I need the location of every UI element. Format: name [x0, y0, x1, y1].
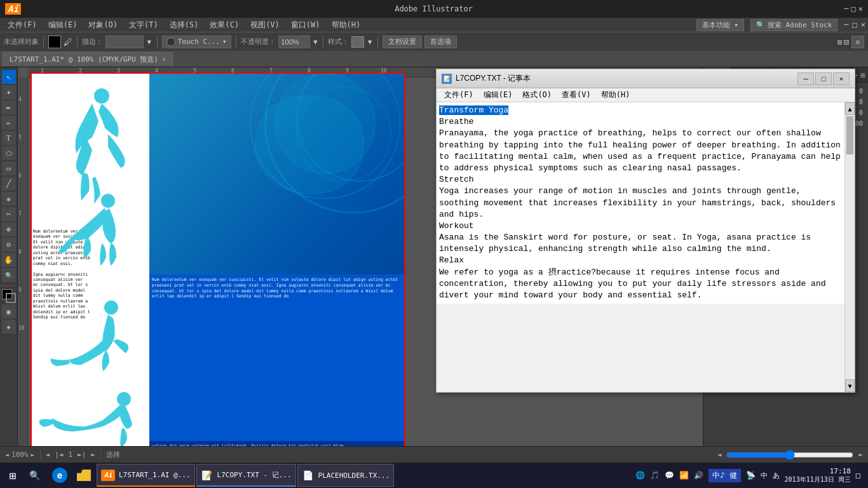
- page-last[interactable]: ►|: [78, 451, 86, 459]
- taskbar-right: 🌐 🎵 💬 📶 🔊 中♪ 健 📡 中 あ 17:18 2013年11月13日 周…: [635, 467, 865, 484]
- direct-select-tool[interactable]: ✦: [2, 85, 16, 99]
- notepad-title-text: L7COPY.TXT - 记事本: [456, 73, 797, 84]
- zoom-fwd[interactable]: ►: [31, 451, 35, 458]
- status-sep2: [100, 450, 101, 460]
- scroll-h-right[interactable]: ►: [858, 451, 863, 459]
- document-tab[interactable]: L7START_1.AI* @ 100% (CMYK/GPU 预选) ×: [3, 52, 173, 66]
- style-swatch[interactable]: [351, 36, 364, 48]
- tray-icon-2: 🎵: [650, 471, 660, 480]
- menu-object[interactable]: 对象(O): [83, 18, 123, 32]
- search-button[interactable]: 🔍: [23, 465, 46, 485]
- notepad-menu-format[interactable]: 格式(O): [517, 88, 557, 102]
- doc-settings-btn[interactable]: 文档设置: [383, 36, 422, 48]
- notification-btn[interactable]: □: [856, 471, 860, 480]
- toolbar: 未选择对象 🖊 描边： ▾ Touch C... ▾ 不透明度： ▾ 样式： ▾…: [0, 32, 868, 51]
- notepad-menu-file[interactable]: 文件(F): [439, 88, 478, 102]
- zoom-control: ◄ 100% ►: [5, 451, 35, 459]
- notepad-close-btn[interactable]: ×: [833, 72, 850, 85]
- zoom-out-tool[interactable]: ⊖: [2, 238, 16, 252]
- notepad-menu-view[interactable]: 查看(V): [557, 88, 596, 102]
- ruler-v-label-6: 6: [18, 173, 22, 179]
- scroll-h-left[interactable]: ◄: [717, 451, 722, 459]
- page-fwd[interactable]: ►: [91, 451, 95, 459]
- menu-window[interactable]: 窗口(W): [286, 18, 325, 32]
- ime-indicator[interactable]: 中♪ 健: [709, 469, 740, 482]
- select-tool[interactable]: ↖: [2, 70, 16, 84]
- notepad-scroll-area[interactable]: Transform Yoga Breathe Pranayama, the yo…: [437, 102, 844, 392]
- scroll-h-slider[interactable]: [726, 451, 853, 459]
- doc-right-panel: volore dio enim velenim nit irillutpat. …: [149, 74, 404, 446]
- hand-tool[interactable]: ✋: [2, 253, 16, 267]
- style-arrow: ▾: [367, 36, 373, 48]
- taskbar-placeholder-app[interactable]: 📄 PLACEHOLDER.TX...: [297, 464, 395, 487]
- notepad-selected-text: Transform Yoga: [439, 105, 508, 115]
- scroll-track[interactable]: [845, 115, 855, 379]
- taskbar-notepad-app[interactable]: 📝 L7COPY.TXT - 记...: [196, 464, 296, 487]
- more-options-btn[interactable]: ≡: [851, 36, 864, 48]
- menu-edit[interactable]: 编辑(E): [43, 18, 83, 32]
- type-tool[interactable]: T: [2, 131, 16, 145]
- notepad-maximize-btn[interactable]: □: [815, 72, 832, 85]
- menu-text[interactable]: 文字(T): [124, 18, 163, 32]
- sep2: [77, 36, 78, 48]
- line-tool[interactable]: ╱: [2, 177, 16, 191]
- maximize-btn[interactable]: □: [853, 20, 857, 29]
- stroke-swatch[interactable]: [6, 293, 16, 303]
- page-first[interactable]: |◄: [55, 451, 63, 459]
- pen-tool[interactable]: ✒: [2, 100, 16, 114]
- minimize-btn[interactable]: ─: [844, 20, 848, 29]
- menu-file[interactable]: 文件(F): [3, 18, 42, 32]
- zoom-tool[interactable]: 🔍: [2, 268, 16, 282]
- basic-functions-btn[interactable]: 基本功能 ▾: [696, 19, 744, 31]
- gradient-tool[interactable]: ▣: [2, 304, 16, 318]
- menu-select[interactable]: 选择(S): [165, 18, 204, 32]
- title-minimize[interactable]: ─: [844, 4, 848, 13]
- scroll-down-btn[interactable]: ▼: [845, 379, 855, 392]
- ellipse-tool[interactable]: ⬭: [2, 146, 16, 160]
- zoom-value: 100%: [11, 451, 29, 459]
- scroll-up-btn[interactable]: ▲: [845, 102, 855, 115]
- page-back[interactable]: ◄: [46, 451, 50, 459]
- notepad-minimize-btn[interactable]: ─: [797, 72, 814, 85]
- pencil-tool[interactable]: ✏: [2, 116, 16, 130]
- notepad-menu-help[interactable]: 帮助(H): [596, 88, 635, 102]
- panel-menu[interactable]: ≡: [860, 70, 865, 80]
- zoom-in-tool[interactable]: ⊕: [2, 222, 16, 236]
- menu-help[interactable]: 帮助(H): [327, 18, 366, 32]
- ruler-v-label-5: 5: [18, 135, 22, 140]
- notepad-scrollbar[interactable]: ▲ ▼: [844, 102, 855, 392]
- notepad-menu-edit[interactable]: 编辑(E): [478, 88, 518, 102]
- stroke-input[interactable]: [105, 36, 144, 48]
- taskbar-ai-app[interactable]: Ai L7START_1.AI @...: [97, 464, 195, 487]
- taskbar-explorer[interactable]: [72, 464, 95, 487]
- menu-view[interactable]: 视图(V): [245, 18, 285, 32]
- doc-left-panel: Num doloreetum veresequam ver suscipisti…: [32, 74, 149, 446]
- mesh-tool[interactable]: ◈: [2, 320, 16, 334]
- title-text: Adobe Illustrator: [26, 4, 841, 13]
- close-btn[interactable]: ×: [861, 20, 865, 29]
- menu-bar: 文件(F) 编辑(E) 对象(O) 文字(T) 选择(S) 效果(C) 视图(V…: [0, 18, 868, 32]
- tab-close-btn[interactable]: ×: [162, 56, 166, 63]
- zoom-back[interactable]: ◄: [5, 451, 9, 458]
- sep1: [43, 36, 44, 48]
- scroll-thumb[interactable]: [846, 116, 853, 154]
- scissors-tool[interactable]: ✂: [2, 207, 16, 221]
- menu-effect[interactable]: 效果(C): [205, 18, 244, 32]
- touch-arrow: ▾: [222, 37, 227, 46]
- taskbar-clock[interactable]: 17:18 2013年11月13日 周三: [785, 467, 851, 484]
- title-close[interactable]: ×: [858, 4, 863, 13]
- taskbar-edge[interactable]: e: [48, 464, 71, 487]
- taskbar-notepad-label: L7COPY.TXT - 记...: [217, 470, 292, 480]
- start-button[interactable]: ⊞: [3, 465, 23, 485]
- tab-bar: L7START_1.AI* @ 100% (CMYK/GPU 预选) ×: [0, 51, 868, 67]
- style-label: 样式：: [328, 37, 349, 46]
- notepad-text-content[interactable]: Transform Yoga Breathe Pranayama, the yo…: [437, 102, 844, 304]
- title-maximize[interactable]: □: [851, 4, 856, 13]
- rect-tool[interactable]: ▭: [2, 161, 16, 175]
- touch-dropdown[interactable]: Touch C... ▾: [162, 36, 231, 48]
- stock-search-btn[interactable]: 🔍 搜索 Adobe Stock: [750, 19, 837, 31]
- opacity-input[interactable]: [278, 36, 310, 48]
- brush-tool[interactable]: ❋: [2, 192, 16, 206]
- fill-color[interactable]: [48, 36, 61, 48]
- preferences-btn[interactable]: 首选项: [424, 36, 457, 48]
